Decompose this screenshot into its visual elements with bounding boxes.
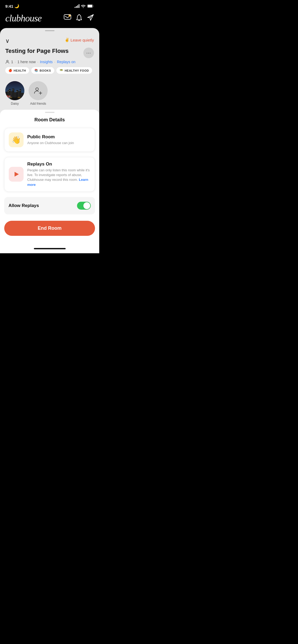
allow-replays-row: Allow Replays	[4, 197, 95, 214]
health-label: HEALTH	[14, 69, 26, 72]
avatar-badge: 🎉	[5, 95, 11, 100]
user-avatar-daisy[interactable]: 🎉 Daisy	[5, 81, 24, 105]
member-count: 1	[11, 60, 13, 64]
tag-healthy-food[interactable]: 🥗 HEALTHY FOOD	[56, 67, 92, 74]
status-bar: 9:41 🌙	[0, 0, 99, 11]
send-button[interactable]	[87, 14, 94, 22]
public-room-title: Public Room	[27, 134, 74, 140]
svg-marker-26	[15, 172, 19, 177]
wifi-icon	[81, 4, 85, 8]
battery-icon	[87, 4, 94, 8]
room-header: ∨ ✌️ Leave quietly	[0, 34, 99, 47]
room-info: Testing for Page Flows ··· 1 · 1 here no…	[0, 47, 99, 81]
replays-on-title: Replays On	[27, 162, 91, 167]
replays-on-card: Replays On People can only listen this r…	[4, 157, 95, 192]
tag-books[interactable]: 📚 BOOKS	[31, 67, 54, 74]
room-card: ∨ ✌️ Leave quietly Testing for Page Flow…	[0, 28, 99, 253]
notification-button[interactable]	[76, 14, 82, 22]
svg-rect-18	[17, 91, 17, 92]
replays-link[interactable]: Replays on	[57, 60, 75, 64]
replays-on-text: Replays On People can only listen this r…	[27, 162, 91, 187]
public-room-card: 👋 Public Room Anyone on Clubhouse can jo…	[4, 128, 95, 152]
person-icon	[5, 60, 10, 64]
app-header: clubhouse	[0, 11, 99, 28]
books-emoji: 📚	[34, 69, 38, 72]
replays-icon-wrap	[9, 167, 24, 182]
svg-rect-17	[13, 90, 13, 90]
healthy-food-emoji: 🥗	[60, 69, 64, 72]
collapse-button[interactable]: ∨	[5, 38, 10, 44]
svg-rect-19	[20, 90, 20, 91]
toggle-thumb	[83, 202, 90, 209]
public-room-icon-wrap: 👋	[9, 132, 24, 147]
status-time: 9:41 🌙	[5, 4, 19, 8]
svg-rect-16	[10, 90, 10, 91]
health-emoji: 🍎	[8, 69, 12, 72]
home-bar	[34, 248, 66, 249]
status-icons	[75, 4, 94, 8]
waving-hand-icon: 👋	[12, 136, 21, 144]
sheet-title: Room Details	[0, 117, 99, 123]
more-button[interactable]: ···	[83, 48, 94, 58]
end-room-button[interactable]: End Room	[4, 221, 95, 236]
replays-on-description: People can only listen this room while i…	[27, 168, 91, 187]
avatar-image-daisy: 🎉	[5, 81, 24, 100]
avatar-name-daisy: Daisy	[11, 102, 19, 105]
books-label: BOOKS	[40, 69, 51, 72]
add-friends-button[interactable]: Add friends	[29, 81, 48, 105]
message-button[interactable]	[64, 14, 71, 22]
public-room-description: Anyone on Clubhouse can join	[27, 141, 74, 145]
room-title: Testing for Page Flows	[5, 48, 83, 54]
header-icons	[64, 14, 94, 22]
sheet-handle	[45, 112, 55, 113]
app-logo: clubhouse	[5, 13, 42, 24]
tag-health[interactable]: 🍎 HEALTH	[5, 67, 29, 74]
room-meta: 1 · 1 here now · Insights · Replays on	[5, 60, 94, 64]
allow-replays-label: Allow Replays	[8, 203, 39, 208]
moon-icon: 🌙	[14, 4, 19, 8]
svg-point-24	[36, 88, 38, 90]
here-now: 1 here now	[17, 60, 36, 64]
add-person-icon	[33, 86, 43, 95]
tags-row: 🍎 HEALTH 📚 BOOKS 🥗 HEALTHY FOOD	[5, 67, 94, 74]
svg-rect-20	[8, 91, 8, 92]
healthy-food-label: HEALTHY FOOD	[65, 69, 89, 72]
signal-icon	[75, 4, 79, 8]
avatar-add-circle	[29, 81, 48, 100]
avatars-row: 🎉 Daisy Add friends	[0, 81, 99, 110]
add-friends-label: Add friends	[30, 102, 46, 105]
svg-rect-1	[88, 5, 92, 7]
home-indicator	[0, 244, 99, 253]
leave-quietly-button[interactable]: ✌️ Leave quietly	[65, 38, 94, 42]
leave-icon: ✌️	[65, 38, 70, 42]
svg-point-4	[7, 60, 8, 62]
public-room-text: Public Room Anyone on Clubhouse can join	[27, 134, 74, 145]
svg-point-23	[17, 97, 21, 98]
insights-link[interactable]: Insights	[40, 60, 53, 64]
bottom-sheet: Room Details 👋 Public Room Anyone on Clu…	[0, 110, 99, 253]
drag-handle	[45, 30, 55, 31]
allow-replays-toggle[interactable]	[77, 202, 91, 210]
play-icon	[12, 170, 20, 178]
room-title-row: Testing for Page Flows ···	[5, 48, 94, 58]
leave-label: Leave quietly	[71, 38, 94, 42]
time-display: 9:41	[5, 4, 13, 8]
